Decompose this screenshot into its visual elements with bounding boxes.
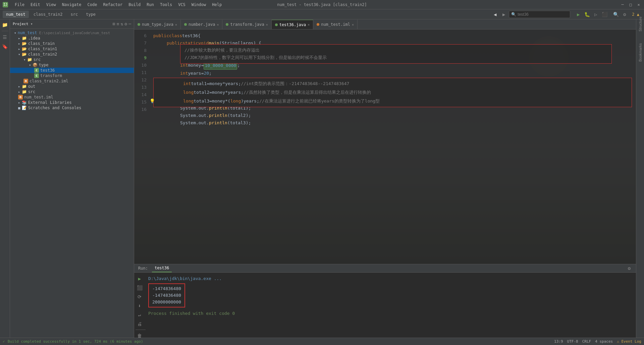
tree-test36[interactable]: c test36 xyxy=(10,68,134,73)
tab-num_test-iml[interactable]: num_test.iml ✕ xyxy=(313,20,358,29)
run-exit-message: Process finished with exit code 0 xyxy=(148,310,633,317)
forward-button[interactable]: ▶ xyxy=(500,11,507,18)
menu-file[interactable]: File xyxy=(12,2,27,8)
va-years4: years xyxy=(244,97,257,106)
annotation-box-2: int total1 = money*years;//int类型的表示范围：-2… xyxy=(153,78,632,107)
va-money3: money xyxy=(212,88,225,97)
main-layout: 📁 ☰ 🔖 Project ▾ ⊞ ≡ ⇅ ⚙ ─ ▾ num_test E:\… xyxy=(0,19,644,338)
menu-view[interactable]: View xyxy=(44,2,59,8)
settings-button[interactable]: ⚙ xyxy=(621,10,629,18)
menu-build[interactable]: Build xyxy=(126,2,143,8)
idea-folder-icon: 📁 xyxy=(22,36,27,41)
tree-transform[interactable]: c transform xyxy=(10,73,134,78)
tab-close-number[interactable]: ✕ xyxy=(217,23,219,26)
menu-window[interactable]: Window xyxy=(189,2,209,8)
bookmarks-right-icon[interactable]: Bookmarks xyxy=(637,49,644,56)
project-tab-src[interactable]: src xyxy=(67,11,82,18)
tab-close-test36[interactable]: ✕ xyxy=(308,23,310,26)
panel-close-icon[interactable]: ─ xyxy=(128,21,131,26)
menu-help[interactable]: Help xyxy=(209,2,224,8)
tree-root[interactable]: ▾ num_test E:\specialised_javaCode\num_t… xyxy=(10,30,134,36)
menu-tools[interactable]: Tools xyxy=(157,2,175,8)
run-settings-icon[interactable]: ⚙ xyxy=(625,264,633,272)
menu-code[interactable]: Code xyxy=(85,2,100,8)
tab-test36[interactable]: test36.java ✕ xyxy=(272,20,314,29)
tree-type[interactable]: ▾ 📦 type xyxy=(10,62,134,68)
tree-out[interactable]: ▸ 📁 out xyxy=(10,84,134,89)
tree-num_test-iml-label: num_test.iml xyxy=(24,95,53,99)
tree-class_train1[interactable]: ▸ 📂 class_train1 xyxy=(10,46,134,52)
run-soft-wrap-icon[interactable]: ↵ xyxy=(136,311,144,319)
run-scroll-end-icon[interactable]: ⬇ xyxy=(136,302,144,310)
tree-type-label: type xyxy=(39,63,49,67)
search-everywhere-button[interactable]: 🔍 xyxy=(612,10,620,18)
panel-settings-icon[interactable]: ⚙ xyxy=(124,21,127,26)
bulb-icon: 💡 xyxy=(150,97,155,106)
tab-transform[interactable]: transform.java ✕ xyxy=(222,20,271,29)
tree-class_train2-iml[interactable]: m class_train2.iml xyxy=(10,78,134,84)
dot3: . xyxy=(196,112,199,119)
warnings-badge[interactable]: 2 ▲ xyxy=(630,12,641,17)
build-status: Build completed successfully in 1 sec, 7… xyxy=(8,339,143,344)
code-editor[interactable]: 6 7 8 9 10 11 12 13 14 15 16 ▶ xyxy=(134,29,636,264)
sys-paren3: ( xyxy=(227,112,230,119)
menu-run[interactable]: Run xyxy=(144,2,157,8)
project-tab-type[interactable]: type xyxy=(83,11,99,18)
project-tab-num_test[interactable]: num_test xyxy=(3,11,29,18)
menu-navigate[interactable]: Navigate xyxy=(59,2,84,8)
line-num-13: 13 xyxy=(134,84,147,91)
tab-dot-num_type xyxy=(138,23,140,26)
out-icon: 📁 xyxy=(22,84,27,89)
tab-num_type[interactable]: num_type.java ✕ xyxy=(134,20,181,29)
tree-num_test-iml[interactable]: m num_test.iml xyxy=(10,94,134,100)
panel-collapse-all-icon[interactable]: ≡ xyxy=(117,21,119,26)
code-content[interactable]: ▶ public class test36 { ▶ public static … xyxy=(149,29,636,264)
nav-search[interactable]: 🔍 xyxy=(509,11,570,18)
run-trash-icon[interactable]: 🗑 xyxy=(136,332,144,338)
structure-right-icon[interactable]: Structure xyxy=(637,21,644,27)
maximize-button[interactable]: □ xyxy=(628,2,633,7)
menu-vcs[interactable]: VCS xyxy=(175,2,188,8)
tab-close-transform[interactable]: ✕ xyxy=(266,23,268,26)
tree-external-libs[interactable]: ▸ 📚 External Libraries xyxy=(10,100,134,105)
run-play-icon[interactable]: ▶ xyxy=(136,275,144,283)
project-icon[interactable]: 📁 xyxy=(1,21,9,29)
tab-close-num_type[interactable]: ✕ xyxy=(175,23,177,26)
stop-button[interactable]: ⬛ xyxy=(600,10,608,18)
tab-close-iml[interactable]: ✕ xyxy=(352,23,354,26)
run-tab-test36[interactable]: test36 xyxy=(152,264,172,272)
bookmarks-icon[interactable]: 🔖 xyxy=(1,43,9,51)
cl-system3: System xyxy=(180,119,196,127)
code-line-17: System.out.println(total3); xyxy=(153,119,632,127)
minimize-button[interactable]: ─ xyxy=(620,2,625,7)
warnings-count[interactable]: ⚠ Event Log xyxy=(617,339,641,344)
run-rerun-icon[interactable]: ⟳ xyxy=(136,293,144,301)
close-button[interactable]: ✕ xyxy=(636,2,641,7)
structure-icon[interactable]: ☰ xyxy=(1,33,9,41)
debug-button[interactable]: 🐛 xyxy=(583,10,591,18)
tree-src[interactable]: ▾ 📁 src xyxy=(10,57,134,62)
menu-edit[interactable]: Edit xyxy=(28,2,43,8)
panel-expand-icon[interactable]: ⇅ xyxy=(121,21,123,26)
tree-idea[interactable]: ▸ 📁 .idea xyxy=(10,36,134,41)
tree-class_train2[interactable]: ▾ 📂 class_train2 xyxy=(10,52,134,57)
nav-search-input[interactable] xyxy=(518,12,568,17)
tab-number[interactable]: number.java ✕ xyxy=(181,20,223,29)
menu-refactor[interactable]: Refactor xyxy=(100,2,125,8)
project-tab-class_train2[interactable]: class_train2 xyxy=(30,11,66,18)
tree-src2[interactable]: ▸ 📁 src xyxy=(10,89,134,94)
tree-class_train[interactable]: ▸ 📂 class_train xyxy=(10,41,134,46)
run-stop-icon[interactable]: ⬛ xyxy=(136,284,144,292)
run-button[interactable]: ▶ xyxy=(574,10,582,18)
class-train1-icon: 📂 xyxy=(22,47,27,51)
run-content: ▶ ⬛ ⟳ ⬇ ↵ 🖨 🗑 D:\Java\jdk\bin\java.exe .… xyxy=(134,273,636,338)
line-num-16: 16 xyxy=(134,106,147,113)
back-button[interactable]: ◀ xyxy=(491,11,499,18)
coverage-button[interactable]: ▷ xyxy=(592,10,600,18)
tree-scratches[interactable]: ■ 📝 Scratches and Consoles xyxy=(10,105,134,111)
tree-transform-label: transform xyxy=(40,73,62,78)
run-print-icon[interactable]: 🖨 xyxy=(136,320,144,328)
sys-paren5: ( xyxy=(227,119,230,127)
panel-scope-icon[interactable]: ⊞ xyxy=(113,21,115,26)
tree-root-path: E:\specialised_javaCode\num_test xyxy=(39,31,110,35)
